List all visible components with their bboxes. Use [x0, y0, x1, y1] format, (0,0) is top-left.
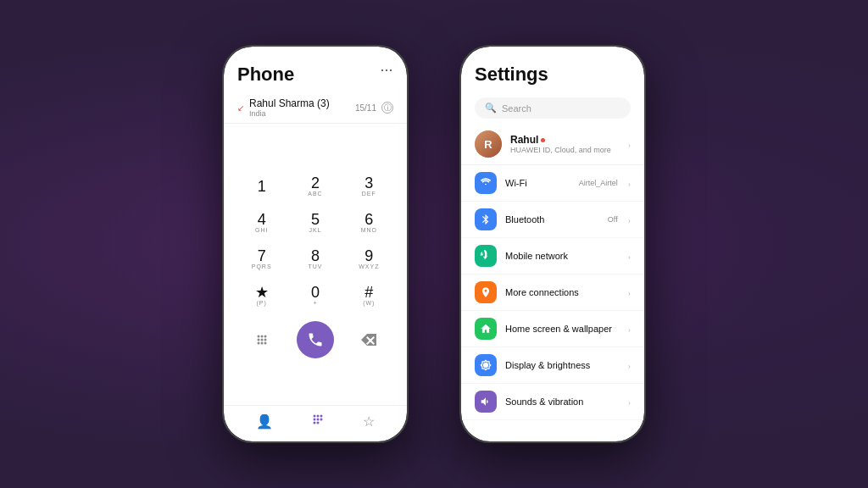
wifi-chevron-icon: ›: [628, 179, 631, 188]
profile-info: Rahul HUAWEI ID, Cloud, and more: [510, 134, 620, 154]
dial-key-7[interactable]: 7PQRS: [237, 243, 286, 274]
wifi-value: Airtel_Airtel: [579, 179, 618, 187]
dial-key-0[interactable]: 0+: [291, 280, 339, 311]
notification-dot: [541, 138, 545, 142]
display-icon: [475, 354, 497, 376]
dialpad: 1 2ABC 3DEF 4GHI 5JKL 6MNO 7PQRS 8TUV 9W…: [224, 124, 407, 405]
svg-point-15: [313, 422, 315, 424]
dialpad-tab[interactable]: [311, 413, 325, 430]
call-button[interactable]: [297, 321, 334, 358]
dial-key-6[interactable]: 6MNO: [345, 207, 393, 238]
dots-grid-icon: [255, 333, 269, 347]
dialpad-dots-button[interactable]: [247, 324, 277, 355]
dial-key-3[interactable]: 3DEF: [345, 170, 393, 202]
settings-item-mobile[interactable]: Mobile network ›: [461, 238, 644, 274]
phone-call-icon: [307, 331, 324, 348]
svg-point-9: [313, 415, 315, 418]
call-info: Rahul Sharma (3) India: [249, 97, 330, 118]
display-chevron-icon: ›: [628, 361, 631, 370]
favorites-tab[interactable]: ☆: [363, 413, 375, 430]
bluetooth-value: Off: [608, 215, 618, 224]
sounds-label: Sounds & vibration: [505, 396, 620, 407]
svg-point-1: [261, 336, 264, 338]
svg-point-0: [258, 336, 260, 338]
profile-chevron-icon: ›: [628, 140, 631, 149]
dial-key-star[interactable]: ★(P): [237, 280, 286, 311]
dial-key-4[interactable]: 4GHI: [237, 207, 286, 238]
bluetooth-chevron-icon: ›: [628, 215, 631, 225]
caller-country: India: [249, 109, 330, 118]
svg-point-12: [313, 419, 315, 421]
more-connections-label: More connections: [505, 287, 620, 297]
dial-key-1[interactable]: 1: [237, 170, 286, 202]
mobile-network-icon: [475, 245, 497, 267]
phone-title: Phone: [237, 64, 294, 86]
caller-name: Rahul Sharma (3): [249, 97, 330, 109]
recent-call-left: ↙ Rahul Sharma (3) India: [237, 97, 330, 118]
dial-key-9[interactable]: 9WXYZ: [345, 243, 393, 274]
svg-point-10: [316, 415, 319, 418]
svg-point-7: [261, 342, 264, 345]
dialpad-grid: 1 2ABC 3DEF 4GHI 5JKL 6MNO 7PQRS 8TUV 9W…: [237, 170, 393, 311]
svg-point-3: [258, 339, 260, 341]
settings-list: Wi-Fi Airtel_Airtel › Bluetooth Off ›: [461, 165, 644, 441]
dialpad-bottom: [237, 321, 393, 358]
homescreen-chevron-icon: ›: [628, 324, 631, 334]
call-right: 15/11 ⓘ: [355, 102, 393, 114]
dial-key-8[interactable]: 8TUV: [291, 243, 339, 274]
svg-point-6: [258, 342, 260, 345]
phone-header: Phone ···: [224, 47, 407, 92]
bluetooth-label: Bluetooth: [505, 214, 599, 225]
homescreen-label: Home screen & wallpaper: [505, 324, 620, 334]
phone-app: Phone ··· ↙ Rahul Sharma (3) India 15/11…: [224, 47, 407, 441]
recent-call-row[interactable]: ↙ Rahul Sharma (3) India 15/11 ⓘ: [224, 92, 407, 124]
dial-key-5[interactable]: 5JKL: [291, 207, 339, 238]
sounds-icon: [475, 391, 497, 413]
more-connections-icon: [475, 281, 497, 303]
dial-key-2[interactable]: 2ABC: [291, 170, 339, 202]
settings-item-display[interactable]: Display & brightness ›: [461, 347, 644, 384]
svg-point-4: [261, 339, 264, 341]
homescreen-icon: [475, 318, 497, 340]
more-connections-chevron-icon: ›: [628, 288, 631, 297]
svg-point-16: [316, 422, 319, 424]
phone-device: Phone ··· ↙ Rahul Sharma (3) India 15/11…: [222, 45, 409, 443]
wifi-label: Wi-Fi: [505, 178, 570, 188]
missed-call-icon: ↙: [237, 103, 244, 113]
settings-item-homescreen[interactable]: Home screen & wallpaper ›: [461, 311, 644, 347]
settings-item-connections[interactable]: More connections ›: [461, 274, 644, 311]
avatar: R: [475, 130, 502, 158]
settings-item-wifi[interactable]: Wi-Fi Airtel_Airtel ›: [461, 165, 644, 202]
settings-header: Settings: [461, 47, 644, 92]
mobile-network-chevron-icon: ›: [628, 252, 631, 261]
settings-device: Settings 🔍 Search R Rahul HUAWEI ID, Clo…: [459, 45, 646, 443]
more-options-icon[interactable]: ···: [381, 64, 393, 79]
dial-key-hash[interactable]: #(W): [345, 280, 393, 311]
profile-row[interactable]: R Rahul HUAWEI ID, Cloud, and more ›: [461, 124, 644, 165]
call-info-button[interactable]: ⓘ: [381, 102, 393, 114]
svg-point-8: [264, 342, 267, 345]
phone-screen: Phone ··· ↙ Rahul Sharma (3) India 15/11…: [224, 47, 407, 441]
svg-point-13: [316, 419, 319, 421]
search-bar[interactable]: 🔍 Search: [475, 97, 631, 119]
settings-title: Settings: [475, 64, 548, 85]
svg-point-2: [264, 336, 267, 338]
svg-point-11: [320, 415, 322, 418]
search-icon: 🔍: [485, 103, 497, 114]
wifi-icon: [475, 172, 497, 194]
settings-app: Settings 🔍 Search R Rahul HUAWEI ID, Clo…: [461, 47, 644, 441]
backspace-button[interactable]: [353, 324, 384, 355]
bluetooth-icon: [475, 208, 497, 230]
search-input[interactable]: Search: [502, 103, 531, 114]
display-label: Display & brightness: [505, 360, 620, 370]
contacts-tab[interactable]: 👤: [256, 413, 273, 430]
call-count: 15/11: [355, 103, 376, 113]
sounds-chevron-icon: ›: [628, 397, 631, 407]
mobile-network-label: Mobile network: [505, 251, 609, 261]
settings-item-sounds[interactable]: Sounds & vibration ›: [461, 384, 644, 420]
svg-point-14: [320, 419, 322, 421]
settings-item-bluetooth[interactable]: Bluetooth Off ›: [461, 202, 644, 238]
phone-footer: 👤 ☆: [224, 405, 407, 441]
profile-name: Rahul: [510, 134, 620, 146]
backspace-icon: [361, 334, 376, 346]
